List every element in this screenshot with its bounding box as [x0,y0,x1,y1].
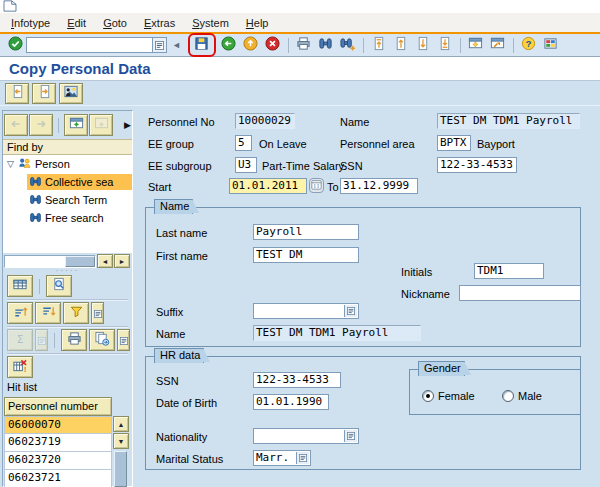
export-dropdown-button[interactable] [117,329,130,351]
scroll-down-button[interactable]: ▼ [113,433,129,449]
menu-infotype[interactable]: Infotype [11,17,50,29]
find-in-list-button[interactable] [46,275,72,297]
hr-ssn-field[interactable]: 122-33-4533 [253,372,341,388]
previous-page-button[interactable] [390,35,412,55]
tree-node-person[interactable]: ▽ Person [3,155,132,173]
exit-button[interactable] [240,35,262,55]
splitter-handle[interactable]: ····· [3,269,132,273]
filter-button[interactable] [63,302,89,324]
scrollbar-track[interactable] [4,255,96,268]
print-list-button[interactable] [61,329,87,351]
hit-list-row[interactable]: 06023719 [4,434,112,452]
enter-button[interactable] [4,35,26,55]
previous-record-button[interactable] [5,83,29,104]
date-picker-button[interactable] [309,178,324,193]
export-icon [94,331,110,349]
filter-dropdown-button[interactable] [91,302,104,324]
next-record-button[interactable] [32,83,56,104]
hit-list-label: Hit list [7,381,37,393]
first-page-button[interactable] [368,35,390,55]
sort-ascending-button[interactable] [7,302,33,324]
find-next-button[interactable] [337,35,359,55]
initials-field[interactable]: TDM1 [474,263,544,279]
name-field[interactable]: TEST DM TDM1 Payroll [437,113,580,129]
date-of-birth-field[interactable]: 01.01.1990 [253,394,329,410]
hit-list-column-header[interactable]: Personnel number [4,397,112,416]
nav-back-button[interactable] [4,114,28,136]
gender-male-radio[interactable]: Male [502,390,542,402]
tree-item-label: Search Term [45,194,107,206]
help-button[interactable]: ? [518,35,540,55]
sum-button: Σ [7,329,33,351]
hit-list-row[interactable]: 06023720 [4,452,112,470]
nickname-field[interactable] [459,285,581,301]
menu-help[interactable]: Help [246,17,269,29]
scroll-left-button[interactable]: ◄ [97,254,113,268]
main-content: ▶ Find by ▽ Person Collective sea Search… [0,106,600,487]
export-button[interactable] [89,329,115,351]
scroll-up-button[interactable]: ▲ [113,416,129,432]
cancel-button[interactable] [262,35,284,55]
vertical-scrollbar-thumb[interactable] [114,451,127,487]
sigma-icon: Σ [13,332,27,349]
next-page-button[interactable] [412,35,434,55]
nationality-combobox[interactable] [253,428,359,444]
full-name-field: TEST DM TDM1 Payroll [253,325,421,341]
menu-extras[interactable]: Extras [144,17,175,29]
scrollbar-thumb[interactable] [65,256,95,267]
toolbar-separator [54,333,55,348]
nav-forward-button[interactable] [29,114,53,136]
toolbar-separator [288,38,289,53]
dropdown-icon[interactable] [344,430,357,442]
find-button[interactable] [315,35,337,55]
command-history-button[interactable] [152,37,167,53]
table-view-button[interactable] [7,275,33,297]
new-session-button[interactable] [465,35,487,55]
customize-layout-button[interactable] [540,35,562,55]
to-date-field[interactable]: 31.12.9999 [340,178,418,194]
hr-data-groupbox: HR data SSN 122-33-4533 Date of Birth 01… [145,356,581,470]
create-shortcut-button[interactable] [487,35,509,55]
last-page-button[interactable] [434,35,456,55]
hit-list-row[interactable]: 06000070 [4,416,112,434]
ee-group-field[interactable]: 5 [235,135,252,151]
back-button[interactable] [218,35,240,55]
gender-female-radio[interactable]: Female [422,390,475,402]
ssn-field[interactable]: 122-33-4533 [437,157,517,173]
hit-list-row[interactable]: 06023721 [4,470,112,487]
tree-expander-icon[interactable]: ▽ [7,159,14,169]
save-button[interactable] [191,35,213,55]
create-shortcut-icon [490,36,505,54]
start-date-field[interactable]: 01.01.2011 [229,178,307,194]
first-name-field[interactable]: TEST DM [253,247,359,263]
last-name-field[interactable]: Payroll [253,224,359,240]
personnel-area-field[interactable]: BPTX [437,135,471,151]
expand-sidebar-icon[interactable]: ▶ [124,120,131,130]
menu-edit[interactable]: Edit [67,17,86,29]
ee-subgroup-field[interactable]: U3 [235,157,257,173]
suffix-combobox[interactable] [253,303,359,319]
collapse-toolbar-icon[interactable]: ◄ [172,40,181,50]
selection-variant-button[interactable] [89,114,113,136]
personnel-no-field[interactable]: 10000029 [235,113,295,129]
full-name-label: Name [156,327,185,341]
menu-goto[interactable]: Goto [103,17,127,29]
sort-descending-button[interactable] [35,302,61,324]
tree-item-collective-search[interactable]: Collective sea [3,173,132,191]
svg-text:?: ? [526,39,532,49]
tree-item-free-search[interactable]: Free search [3,209,132,227]
marital-status-combobox[interactable]: Marr. [253,450,311,466]
command-input[interactable] [26,37,152,53]
scroll-right-button[interactable]: ► [114,254,130,268]
svg-text:Σ: Σ [17,332,24,344]
dynamic-selection-button[interactable] [64,114,88,136]
menu-system[interactable]: System [192,17,229,29]
close-hit-list-button[interactable] [7,356,33,378]
dropdown-icon[interactable] [344,305,357,317]
tree-item-search-term[interactable]: Search Term [3,191,132,209]
find-by-header: Find by [3,139,132,155]
help-icon: ? [521,36,536,54]
dropdown-icon[interactable] [296,452,309,464]
employee-photo-button[interactable] [59,83,83,104]
print-button[interactable] [293,35,315,55]
